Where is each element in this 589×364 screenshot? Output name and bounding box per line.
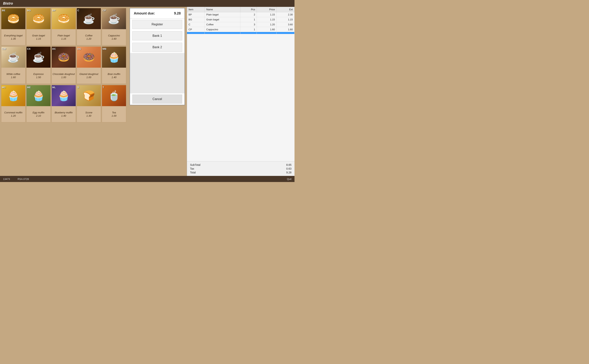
- cell-price: 1.15: [257, 17, 277, 22]
- product-tile-me[interactable]: 🧁MEEgg muffin2.10: [26, 85, 51, 122]
- cell-ext: 1.60: [276, 27, 294, 32]
- cell-pcs: 1: [240, 17, 257, 22]
- product-name-me: Egg muffin: [33, 111, 44, 114]
- cell-item: BG: [187, 17, 205, 22]
- payment-dialog: Amount due: 9.28 Register Bank 1 Bank 2 …: [130, 8, 185, 105]
- tax-value: 0.63: [286, 167, 291, 170]
- product-code-cp: CP: [103, 9, 106, 12]
- cell-item: BP: [187, 12, 205, 17]
- table-row[interactable]: CCoffee31.203.60: [187, 22, 294, 27]
- app-title: Bistro: [3, 1, 13, 6]
- cell-pcs: [240, 32, 257, 34]
- table-row[interactable]: BGGrain bagel11.151.15: [187, 17, 294, 22]
- product-name-bp: Plain bagel: [58, 34, 70, 37]
- product-name-cp: Cappucino: [108, 34, 120, 37]
- product-tile-cp[interactable]: ☕CPCappucino1.60: [102, 8, 126, 45]
- product-name-t: Tea: [112, 111, 116, 114]
- cell-ext: [276, 32, 294, 34]
- cell-price: 1.60: [257, 27, 277, 32]
- product-code-s: S: [77, 86, 79, 89]
- product-code-cw: CW: [2, 47, 6, 50]
- product-price-dc: 1.00: [61, 76, 66, 79]
- product-name-dg: Glazed doughnut: [79, 73, 98, 76]
- product-name-cw: White coffee: [7, 73, 20, 76]
- product-name-ml: Blueberry muffin: [55, 111, 73, 114]
- amount-due-value: 9.28: [174, 11, 181, 15]
- product-tile-s[interactable]: 🍞SScone1.30: [77, 85, 101, 122]
- product-price-bg: 1.15: [36, 37, 41, 40]
- cell-item: C: [187, 22, 205, 27]
- tax-label: Tax: [190, 167, 194, 170]
- product-tile-dg[interactable]: 🍩DGGlazed doughnut1.00: [77, 46, 101, 84]
- order-summary: SubTotal 8.65 Tax 0.63 Total 9.28: [187, 161, 294, 176]
- order-table: Item Name Pcs Price Ext BPPlain bagel21.…: [187, 7, 294, 34]
- product-code-t: T: [103, 86, 104, 89]
- tax-row: Tax 0.63: [190, 167, 291, 171]
- product-name-c: Coffee: [85, 34, 92, 37]
- product-tile-bp[interactable]: 🥯BPPlain bagel1.15: [52, 8, 76, 45]
- quit-button[interactable]: Quit: [287, 178, 291, 181]
- order-panel: Item Name Pcs Price Ext BPPlain bagel21.…: [187, 7, 294, 176]
- col-item: Item: [187, 7, 205, 12]
- cell-ext: 2.30: [276, 12, 294, 17]
- product-price-s: 1.30: [86, 114, 91, 117]
- table-row[interactable]: [187, 32, 294, 34]
- cell-name: Plain bagel: [205, 12, 240, 17]
- product-tile-ml[interactable]: 🧁MLBlueberry muffin1.40: [52, 85, 76, 122]
- table-row[interactable]: BPPlain bagel21.152.30: [187, 12, 294, 17]
- product-tile-mb[interactable]: 🧁MBBran muffin1.40: [102, 46, 126, 84]
- cell-pcs: 1: [240, 27, 257, 32]
- cell-name: Cappucino: [205, 27, 240, 32]
- cell-price: 1.15: [257, 12, 277, 17]
- product-tile-dc[interactable]: 🍩DCChocolate doughnut1.00: [52, 46, 76, 84]
- product-price-dg: 1.00: [86, 76, 91, 79]
- col-pcs: Pcs: [240, 7, 257, 12]
- product-name-be: Everything bagel: [4, 34, 23, 37]
- product-price-ml: 1.40: [61, 114, 66, 117]
- col-name: Name: [205, 7, 240, 12]
- cell-price: 1.20: [257, 22, 277, 27]
- subtotal-row: SubTotal 8.65: [190, 163, 291, 167]
- product-name-mc: Cornmeal muffin: [4, 111, 22, 114]
- product-price-me: 2.10: [36, 114, 41, 117]
- product-code-mc: MC: [2, 86, 6, 89]
- product-code-bp: BP: [52, 9, 56, 12]
- main-content: 🥯BEEverything bagel1.35🥯BGGrain bagel1.1…: [0, 7, 294, 176]
- payment-spacer: [130, 53, 184, 93]
- product-code-c: C: [77, 9, 79, 12]
- status-id: 13473: [3, 178, 10, 181]
- product-tile-be[interactable]: 🥯BEEverything bagel1.35: [1, 8, 26, 45]
- product-name-dc: Chocolate doughnut: [52, 73, 75, 76]
- cell-name: [205, 32, 240, 34]
- register-button[interactable]: Register: [132, 20, 182, 29]
- product-price-be: 1.35: [11, 37, 16, 40]
- cell-pcs: 3: [240, 22, 257, 27]
- order-tbody: BPPlain bagel21.152.30BGGrain bagel11.15…: [187, 12, 294, 34]
- product-tile-mc[interactable]: 🧁MCCornmeal muffin1.20: [1, 85, 26, 122]
- cancel-button[interactable]: Cancel: [132, 95, 182, 104]
- product-price-mb: 1.40: [111, 76, 116, 79]
- statusbar: 13473 RSA.0728 Quit: [0, 176, 294, 182]
- total-value: 9.28: [286, 171, 291, 174]
- amount-due-label: Amount due:: [134, 11, 155, 15]
- product-price-cw: 1.60: [11, 76, 16, 79]
- table-row[interactable]: CPCappucino11.601.60: [187, 27, 294, 32]
- table-header-row: Item Name Pcs Price Ext: [187, 7, 294, 12]
- product-price-cx: 1.50: [36, 76, 41, 79]
- bank1-button[interactable]: Bank 1: [132, 31, 182, 40]
- subtotal-value: 8.65: [286, 163, 291, 166]
- bank2-button[interactable]: Bank 2: [132, 43, 182, 52]
- total-label: Total: [190, 171, 196, 174]
- product-code-cx: CX: [27, 47, 31, 50]
- cell-ext: 1.15: [276, 17, 294, 22]
- amount-due-section: Amount due: 9.28: [130, 8, 184, 19]
- product-tile-cw[interactable]: ☕CWWhite coffee1.60: [1, 46, 26, 84]
- total-row: Total 9.28: [190, 171, 291, 174]
- product-tile-cx[interactable]: ☕CXExpresso1.50: [26, 46, 51, 84]
- product-tile-bg[interactable]: 🥯BGGrain bagel1.15: [26, 8, 51, 45]
- product-name-bg: Grain bagel: [32, 34, 45, 37]
- product-tile-c[interactable]: ☕CCoffee1.20: [77, 8, 101, 45]
- order-table-spacer: [187, 34, 294, 161]
- product-tile-t[interactable]: 🍵TTea1.00: [102, 85, 126, 122]
- cell-price: [257, 32, 277, 34]
